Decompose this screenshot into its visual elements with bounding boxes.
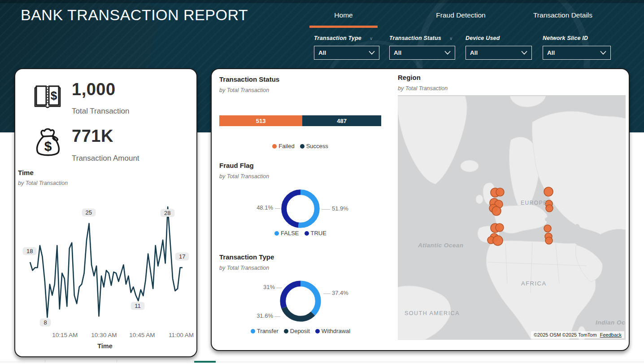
status-legend: Failed Success	[219, 143, 381, 149]
legend-dot	[315, 329, 320, 333]
transaction-type-subtitle: by Total Transaction	[219, 265, 269, 271]
transaction-status-dropdown[interactable]: All	[389, 46, 455, 60]
map-bubble[interactable]	[544, 187, 553, 196]
segment-value: 487	[337, 118, 347, 124]
legend-label: Success	[306, 143, 328, 149]
filter-network-slice-id: Network Slice ID All	[543, 35, 611, 60]
fraud-flag-title: Fraud Flag	[219, 162, 254, 169]
status-bar-segment-success[interactable]: 487	[302, 115, 381, 126]
map-land-iceland	[461, 160, 479, 172]
legend-item-success[interactable]: Success	[300, 143, 328, 149]
donut-callout: 48.1%	[250, 204, 273, 211]
x-axis-title: Time	[74, 342, 136, 350]
tab-transaction-details[interactable]: Transaction Details	[522, 11, 603, 19]
transaction-type-title: Transaction Type	[219, 253, 274, 261]
filter-transaction-status: Transaction Status∨ All	[389, 35, 455, 60]
legend-item-failed[interactable]: Failed	[272, 143, 294, 149]
filter-label: Transaction Type	[314, 35, 361, 41]
transaction-type-legend: Transfer Deposit Withdrawal	[215, 328, 386, 334]
fraud-flag-subtitle: by Total Transaction	[219, 173, 269, 180]
status-bar-segment-failed[interactable]: 513	[219, 115, 302, 126]
legend-dot	[284, 329, 288, 333]
map-bubble[interactable]	[496, 188, 504, 196]
donut-callout: 31%	[252, 284, 275, 290]
chevron-down-icon	[600, 51, 606, 55]
map-feedback-link[interactable]: Feedback	[600, 332, 622, 338]
world-map	[398, 95, 626, 340]
device-used-dropdown[interactable]: All	[466, 46, 532, 60]
transaction-type-donut[interactable]	[278, 279, 322, 323]
map-label-south-america: SOUTH AMERICA	[405, 310, 460, 316]
time-series-line	[30, 207, 183, 317]
transaction-status-subtitle: by Total Transaction	[219, 87, 269, 93]
map-label-atlantic-ocean: Atlantic Ocean	[418, 242, 464, 249]
page-title: BANK TRANSACTION REPORT	[21, 6, 248, 24]
filter-label: Network Slice ID	[543, 35, 588, 41]
region-subtitle: by Total Transaction	[398, 85, 448, 92]
legend-item-true[interactable]: TRUE	[305, 230, 326, 237]
map-label-europe: EUROPE	[521, 200, 548, 206]
map-label-africa: AFRICA	[521, 280, 547, 287]
tab-home[interactable]: Home	[309, 11, 378, 19]
chevron-down-icon	[369, 51, 375, 55]
legend-item-withdrawal[interactable]: Withdrawal	[315, 328, 350, 334]
dashboard: BANK TRANSACTION REPORT Home Fraud Detec…	[0, 0, 644, 364]
map-bubble[interactable]	[496, 224, 504, 232]
header-top-line	[0, 0, 644, 3]
legend-label: Withdrawal	[322, 328, 350, 334]
legend-label: FALSE	[281, 230, 299, 237]
map-label-indian-ocean: Indian Ocea	[596, 319, 626, 326]
transaction-status-title: Transaction Status	[219, 75, 279, 83]
dropdown-value: All	[318, 49, 326, 56]
filter-transaction-type: Transaction Type∨ All	[314, 35, 379, 60]
kpi-and-time-card: $ 1,000 Total Transaction $ 771K Transac…	[14, 68, 197, 357]
chevron-down-icon[interactable]: ∨	[370, 36, 373, 41]
fraud-flag-donut[interactable]	[280, 188, 321, 229]
legend-item-transfer[interactable]: Transfer	[251, 328, 278, 334]
legend-dot	[274, 231, 279, 236]
dropdown-value: All	[394, 49, 401, 56]
status-and-region-card: Transaction Status by Total Transaction …	[211, 68, 630, 351]
legend-dot	[251, 329, 255, 333]
donut-callout: 51.9%	[332, 205, 348, 212]
status-stacked-bar: 513 487	[219, 115, 381, 126]
map-bubble[interactable]	[493, 236, 503, 246]
legend-item-false[interactable]: FALSE	[274, 230, 299, 237]
legend-dot	[272, 144, 277, 149]
donut-callout: 31.6%	[250, 312, 273, 319]
segment-value: 513	[256, 118, 266, 124]
transaction-type-dropdown[interactable]: All	[314, 46, 379, 60]
legend-label: Transfer	[257, 328, 278, 334]
tab-fraud-detection[interactable]: Fraud Detection	[422, 11, 500, 19]
dropdown-value: All	[470, 49, 478, 56]
donut-callout: 37.4%	[332, 289, 348, 296]
active-tab-indicator	[309, 26, 378, 28]
filter-label: Device Used	[466, 35, 500, 41]
map-bubble[interactable]	[492, 206, 501, 215]
filter-label: Transaction Status	[389, 35, 441, 41]
scrollbar-track[interactable]	[0, 362, 644, 362]
map-bubble[interactable]	[545, 237, 553, 244]
dropdown-value: All	[547, 49, 555, 56]
time-line-chart[interactable]	[15, 69, 195, 355]
legend-label: Deposit	[290, 328, 310, 334]
region-map[interactable]: EUROPE Atlantic Ocean AFRICA SOUTH AMERI…	[398, 95, 626, 340]
filter-device-used: Device Used All	[466, 35, 532, 60]
map-bubble[interactable]	[544, 225, 551, 232]
map-attribution: ©2025 OSM ©2025 TomTom Feedback	[531, 331, 624, 338]
legend-label: TRUE	[311, 230, 326, 237]
page-bottom-strip	[0, 359, 644, 364]
network-slice-id-dropdown[interactable]: All	[543, 46, 611, 60]
scrollbar-thumb[interactable]	[194, 361, 216, 363]
legend-dot	[305, 231, 309, 236]
legend-item-deposit[interactable]: Deposit	[284, 328, 310, 334]
legend-label: Failed	[278, 143, 294, 149]
legend-dot	[300, 144, 305, 149]
chevron-down-icon	[521, 51, 527, 55]
chevron-down-icon	[444, 51, 451, 55]
chevron-down-icon[interactable]: ∨	[449, 36, 453, 41]
fraud-flag-legend: FALSE TRUE	[215, 230, 386, 237]
region-title: Region	[398, 74, 421, 81]
